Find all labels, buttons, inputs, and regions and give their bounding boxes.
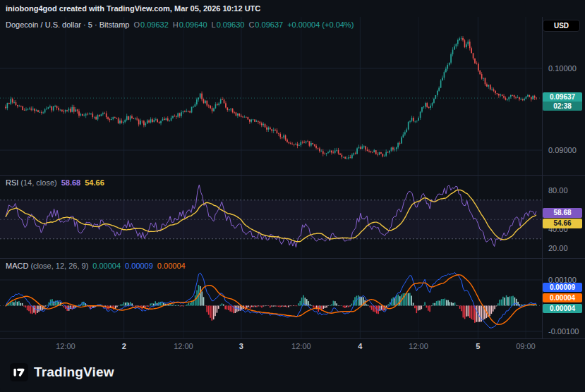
time-tick: 09:00 — [516, 342, 536, 350]
rsi-ma-value: 54.66 — [85, 178, 104, 187]
price-change: +0.00004 (+0.04%) — [287, 20, 354, 29]
open-label: O — [133, 20, 140, 29]
attribution-text: iniobong4god created with TradingView.co… — [6, 0, 260, 17]
footer: TradingView — [0, 355, 585, 392]
macd-legend[interactable]: MACD (close, 12, 26, 9) 0.00004 0.00009 … — [6, 262, 186, 270]
price-scale[interactable]: 0.10000 0.09000 0.09637 02:38 80.00 40.0… — [543, 17, 585, 338]
time-tick: 12:00 — [174, 342, 193, 350]
time-tick: 3 — [239, 342, 243, 350]
macd-histogram — [5, 285, 537, 323]
price-legend[interactable]: Dogecoin / U.S. dollar · 5 · Bitstamp O0… — [6, 20, 354, 29]
ohlc-high: H0.09640 — [173, 20, 207, 29]
macd-signal-value: 0.00004 — [157, 262, 186, 270]
brand-wordmark: TradingView — [34, 365, 114, 380]
ohlc-close: C0.09637 — [248, 20, 283, 29]
price-axis-label: 0.10000 — [548, 64, 577, 73]
close-value: 0.09637 — [255, 20, 283, 29]
bar-countdown: 02:38 — [543, 102, 582, 111]
macd-line-value: 0.00009 — [125, 262, 153, 270]
rsi-value: 58.68 — [61, 178, 81, 187]
tradingview-logo-icon — [10, 363, 28, 381]
macd-title[interactable]: MACD — [6, 262, 28, 270]
macd-line — [6, 272, 536, 328]
rsi-value-badge: 58.68 — [543, 208, 582, 218]
time-tick: 12:00 — [409, 342, 428, 350]
pane-divider[interactable] — [0, 258, 585, 259]
price-pane[interactable]: Dogecoin / U.S. dollar · 5 · Bitstamp O0… — [0, 17, 542, 175]
rsi-chart-canvas[interactable] — [0, 175, 542, 258]
macd-params: (close, 12, 26, 9) — [30, 262, 88, 270]
price-axis-label: 0.09000 — [548, 146, 577, 154]
high-value: 0.09640 — [179, 20, 207, 29]
time-tick: 12:00 — [56, 342, 76, 350]
price-chart-canvas[interactable] — [0, 17, 542, 175]
tradingview-logo[interactable]: TradingView — [10, 363, 114, 381]
macd-signal-badge: 0.00004 — [543, 293, 582, 302]
rsi-ma-badge: 54.66 — [543, 219, 582, 228]
macd-pane[interactable]: MACD (close, 12, 26, 9) 0.00004 0.00009 … — [0, 258, 542, 338]
low-label: L — [212, 20, 216, 29]
symbol-title[interactable]: Dogecoin / U.S. dollar · 5 · Bitstamp — [6, 20, 129, 29]
time-tick: 5 — [476, 342, 480, 350]
macd-signal-line — [6, 275, 536, 325]
last-price-value: 0.09637 — [543, 92, 582, 102]
time-tick: 4 — [358, 342, 362, 350]
time-tick: 2 — [122, 342, 126, 350]
macd-hist-badge: 0.00004 — [543, 304, 582, 313]
macd-line-badge: 0.00009 — [543, 283, 582, 292]
macd-hist-value: 0.00004 — [92, 262, 121, 270]
rsi-params: (14, close) — [20, 178, 56, 187]
pane-divider[interactable] — [0, 175, 585, 176]
tradingview-chart-window: iniobong4god created with TradingView.co… — [0, 0, 585, 392]
rsi-legend[interactable]: RSI (14, close) 58.68 54.66 — [6, 178, 104, 187]
chart-area[interactable]: Dogecoin / U.S. dollar · 5 · Bitstamp O0… — [0, 17, 542, 338]
ohlc-low: L0.09630 — [212, 20, 245, 29]
ohlc-open: O0.09632 — [133, 20, 168, 29]
high-label: H — [173, 20, 179, 29]
low-value: 0.09630 — [217, 20, 245, 29]
rsi-axis-label: 80.00 — [548, 186, 568, 195]
time-axis[interactable]: 12:00212:00312:00412:00509:00 — [0, 338, 542, 355]
open-value: 0.09632 — [140, 20, 169, 29]
rsi-pane[interactable]: RSI (14, close) 58.68 54.66 — [0, 175, 542, 258]
rsi-axis-label: 20.00 — [548, 244, 568, 252]
rsi-title[interactable]: RSI — [6, 178, 18, 187]
last-price-badge: 0.09637 02:38 — [543, 92, 582, 111]
time-tick: 12:00 — [291, 342, 311, 350]
currency-button[interactable]: USD — [543, 20, 580, 32]
close-label: C — [248, 20, 254, 29]
macd-axis-label: -0.00100 — [548, 327, 579, 336]
macd-chart-canvas[interactable] — [0, 258, 542, 338]
